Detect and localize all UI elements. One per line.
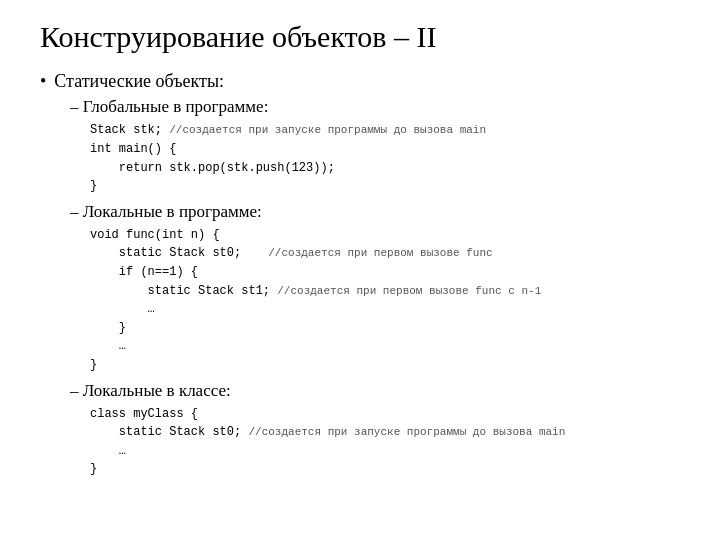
code-line: static Stack st1; //создается при первом… <box>90 282 680 301</box>
code-line: if (n==1) { <box>90 263 680 282</box>
code-text: static Stack st0; <box>90 425 241 439</box>
code-text: static Stack st0; <box>90 246 241 260</box>
code-line: } <box>90 460 680 479</box>
code-text: if (n==1) { <box>90 265 198 279</box>
subsection-global: – Глобальные в программе: Stack stk; //с… <box>70 97 680 195</box>
bullet-static-objects: • Статические объекты: <box>40 70 680 93</box>
main-content: • Статические объекты: – Глобальные в пр… <box>40 70 680 479</box>
code-line: … <box>90 337 680 356</box>
bullet-dot: • <box>40 70 46 93</box>
code-line: static Stack st0; //создается при запуск… <box>90 423 680 442</box>
code-global: Stack stk; //создается при запуске прогр… <box>90 121 680 195</box>
page-title: Конструирование объектов – II <box>40 20 680 54</box>
code-text: … <box>90 339 126 353</box>
code-line: } <box>90 319 680 338</box>
code-text: void func(int n) { <box>90 228 220 242</box>
code-text: Stack stk; <box>90 123 162 137</box>
subsection-local-class-header: – Локальные в классе: <box>70 381 680 401</box>
code-line: void func(int n) { <box>90 226 680 245</box>
subsection-local-class: – Локальные в классе: class myClass { st… <box>70 381 680 479</box>
code-line: Stack stk; //создается при запуске прогр… <box>90 121 680 140</box>
code-text: } <box>90 179 97 193</box>
subsection-global-header: – Глобальные в программе: <box>70 97 680 117</box>
code-text: int main() { <box>90 142 176 156</box>
code-comment: //создается при запуске программы до выз… <box>248 426 565 438</box>
code-comment: //создается при первом вызове func <box>248 247 492 259</box>
code-text: } <box>90 358 97 372</box>
code-line: … <box>90 300 680 319</box>
code-local-program: void func(int n) { static Stack st0; //с… <box>90 226 680 375</box>
code-text: } <box>90 462 97 476</box>
code-text: } <box>90 321 126 335</box>
code-text: … <box>90 444 126 458</box>
code-line: static Stack st0; //создается при первом… <box>90 244 680 263</box>
code-line: } <box>90 356 680 375</box>
code-text: return stk.pop(stk.push(123)); <box>90 161 335 175</box>
bullet-label: Статические объекты: <box>54 70 224 93</box>
code-text: … <box>90 302 155 316</box>
code-line: return stk.pop(stk.push(123)); <box>90 159 680 178</box>
code-comment: //создается при первом вызове func с n-1 <box>277 285 541 297</box>
code-line: … <box>90 442 680 461</box>
code-line: } <box>90 177 680 196</box>
code-comment: //создается при запуске программы до выз… <box>169 124 486 136</box>
code-text: static Stack st1; <box>90 284 270 298</box>
code-local-class: class myClass { static Stack st0; //созд… <box>90 405 680 479</box>
code-text: class myClass { <box>90 407 198 421</box>
code-line: class myClass { <box>90 405 680 424</box>
subsection-local-program-header: – Локальные в программе: <box>70 202 680 222</box>
subsection-local-program: – Локальные в программе: void func(int n… <box>70 202 680 375</box>
code-line: int main() { <box>90 140 680 159</box>
